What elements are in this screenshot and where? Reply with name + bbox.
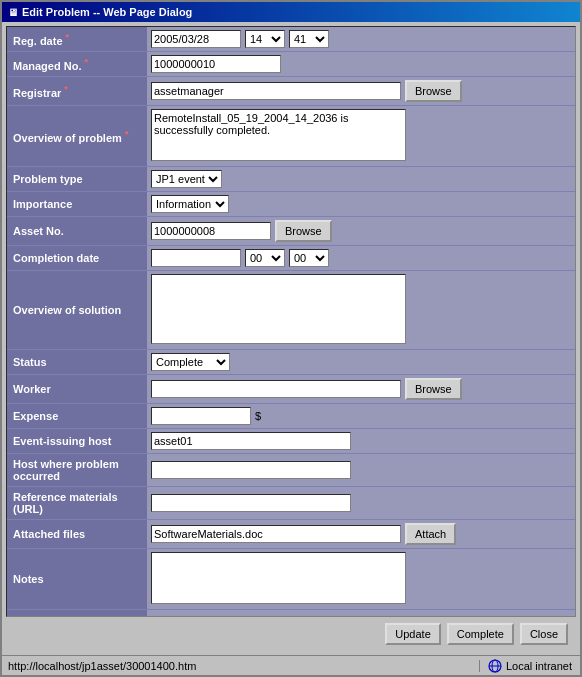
managed-no-label: Managed No. * bbox=[7, 52, 147, 77]
notes-cell bbox=[147, 549, 575, 610]
reference-row: Reference materials (URL) bbox=[7, 487, 575, 520]
worker-row: Worker Browse bbox=[7, 375, 575, 404]
form-container: Reg. date * 14 41 bbox=[6, 26, 576, 617]
importance-row: Importance Information Warning Error bbox=[7, 192, 575, 217]
form-table: Reg. date * 14 41 bbox=[7, 27, 575, 617]
overview-problem-cell bbox=[147, 106, 575, 167]
registrar-label: Registrar * bbox=[7, 77, 147, 106]
host-problem-input[interactable] bbox=[151, 461, 351, 479]
attached-files-cell: Attach bbox=[147, 520, 575, 549]
reference-label: Reference materials (URL) bbox=[7, 487, 147, 520]
overview-problem-row: Overview of problem * bbox=[7, 106, 575, 167]
status-row: Status Complete Open In Progress Closed bbox=[7, 350, 575, 375]
worker-field: Browse bbox=[151, 378, 571, 400]
host-problem-label: Host where problem occurred bbox=[7, 454, 147, 487]
problem-type-select[interactable]: JP1 event Manual bbox=[151, 170, 222, 188]
status-zone-text: Local intranet bbox=[506, 660, 572, 672]
worker-browse-button[interactable]: Browse bbox=[405, 378, 462, 400]
managed-no-row: Managed No. * bbox=[7, 52, 575, 77]
completion-date-input[interactable] bbox=[151, 249, 241, 267]
event-host-cell bbox=[147, 429, 575, 454]
status-url: http://localhost/jp1asset/30001400.htm bbox=[2, 660, 480, 672]
registrar-browse-button[interactable]: Browse bbox=[405, 80, 462, 102]
overview-solution-textarea[interactable] bbox=[151, 274, 406, 344]
close-button[interactable]: Close bbox=[520, 623, 568, 645]
event-host-input[interactable] bbox=[151, 432, 351, 450]
reg-date-input[interactable] bbox=[151, 30, 241, 48]
asset-no-input[interactable] bbox=[151, 222, 271, 240]
reg-date-cell: 14 41 bbox=[147, 27, 575, 52]
status-select[interactable]: Complete Open In Progress Closed bbox=[151, 353, 230, 371]
problem-type-cell: JP1 event Manual bbox=[147, 167, 575, 192]
reg-date-label: Reg. date * bbox=[7, 27, 147, 52]
status-zone-area: Local intranet bbox=[480, 659, 580, 673]
window-title: Edit Problem -- Web Page Dialog bbox=[22, 6, 192, 18]
event-serial-row: Event serial number 0 bbox=[7, 610, 575, 618]
completion-date-cell: 00 00 bbox=[147, 246, 575, 271]
attached-files-field: Attach bbox=[151, 523, 571, 545]
registrar-row: Registrar * Browse bbox=[7, 77, 575, 106]
status-bar: http://localhost/jp1asset/30001400.htm L… bbox=[2, 655, 580, 675]
notes-label: Notes bbox=[7, 549, 147, 610]
expense-unit: $ bbox=[255, 410, 261, 422]
asset-browse-button[interactable]: Browse bbox=[275, 220, 332, 242]
notes-textarea[interactable] bbox=[151, 552, 406, 604]
attached-files-row: Attached files Attach bbox=[7, 520, 575, 549]
reference-input[interactable] bbox=[151, 494, 351, 512]
attached-files-input[interactable] bbox=[151, 525, 401, 543]
complete-button[interactable]: Complete bbox=[447, 623, 514, 645]
update-button[interactable]: Update bbox=[385, 623, 440, 645]
problem-type-row: Problem type JP1 event Manual bbox=[7, 167, 575, 192]
reference-cell bbox=[147, 487, 575, 520]
asset-no-cell: Browse bbox=[147, 217, 575, 246]
notes-row: Notes bbox=[7, 549, 575, 610]
problem-type-label: Problem type bbox=[7, 167, 147, 192]
completion-min-select[interactable]: 00 bbox=[289, 249, 329, 267]
expense-cell: $ bbox=[147, 404, 575, 429]
reg-date-hour-select[interactable]: 14 bbox=[245, 30, 285, 48]
completion-hour-select[interactable]: 00 bbox=[245, 249, 285, 267]
registrar-input[interactable] bbox=[151, 82, 401, 100]
content-area: Reg. date * 14 41 bbox=[2, 22, 580, 655]
attached-files-label: Attached files bbox=[7, 520, 147, 549]
importance-select[interactable]: Information Warning Error bbox=[151, 195, 229, 213]
overview-problem-label: Overview of problem * bbox=[7, 106, 147, 167]
reg-date-min-select[interactable]: 41 bbox=[289, 30, 329, 48]
asset-no-row: Asset No. Browse bbox=[7, 217, 575, 246]
status-label: Status bbox=[7, 350, 147, 375]
reg-date-row: Reg. date * 14 41 bbox=[7, 27, 575, 52]
overview-problem-textarea[interactable] bbox=[151, 109, 406, 161]
managed-no-input[interactable] bbox=[151, 55, 281, 73]
asset-no-label: Asset No. bbox=[7, 217, 147, 246]
host-problem-row: Host where problem occurred bbox=[7, 454, 575, 487]
title-bar: 🖥 Edit Problem -- Web Page Dialog bbox=[2, 2, 580, 22]
globe-icon bbox=[488, 659, 502, 673]
status-cell: Complete Open In Progress Closed bbox=[147, 350, 575, 375]
bottom-bar: Update Complete Close bbox=[6, 617, 576, 651]
overview-solution-row: Overview of solution bbox=[7, 271, 575, 350]
registrar-field: Browse bbox=[151, 80, 571, 102]
worker-label: Worker bbox=[7, 375, 147, 404]
importance-label: Importance bbox=[7, 192, 147, 217]
overview-solution-cell bbox=[147, 271, 575, 350]
expense-label: Expense bbox=[7, 404, 147, 429]
event-host-label: Event-issuing host bbox=[7, 429, 147, 454]
expense-input[interactable] bbox=[151, 407, 251, 425]
event-serial-cell: 0 bbox=[147, 610, 575, 618]
expense-field: $ bbox=[151, 407, 571, 425]
attach-button[interactable]: Attach bbox=[405, 523, 456, 545]
event-host-row: Event-issuing host bbox=[7, 429, 575, 454]
importance-cell: Information Warning Error bbox=[147, 192, 575, 217]
completion-date-label: Completion date bbox=[7, 246, 147, 271]
completion-date-row: Completion date 00 00 bbox=[7, 246, 575, 271]
event-serial-label: Event serial number bbox=[7, 610, 147, 618]
main-window: 🖥 Edit Problem -- Web Page Dialog Reg. d… bbox=[0, 0, 582, 677]
worker-cell: Browse bbox=[147, 375, 575, 404]
window-icon: 🖥 bbox=[8, 7, 18, 18]
worker-input[interactable] bbox=[151, 380, 401, 398]
asset-no-field: Browse bbox=[151, 220, 571, 242]
host-problem-cell bbox=[147, 454, 575, 487]
overview-solution-label: Overview of solution bbox=[7, 271, 147, 350]
reg-date-field: 14 41 bbox=[151, 30, 571, 48]
registrar-cell: Browse bbox=[147, 77, 575, 106]
